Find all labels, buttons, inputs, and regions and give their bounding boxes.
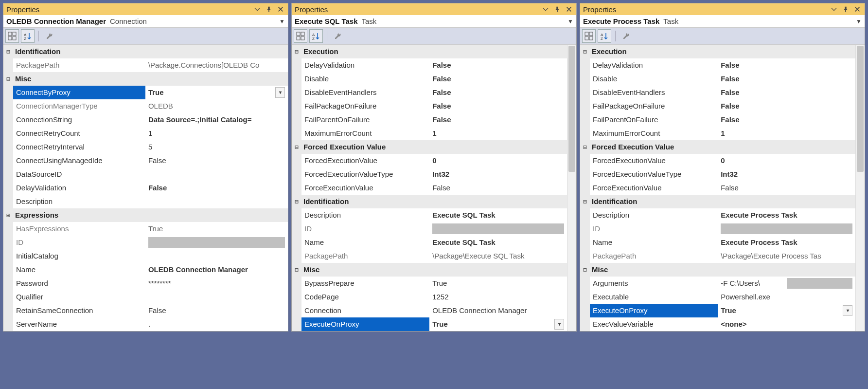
expander-icon[interactable]: ⊟ [292,195,301,208]
property-value[interactable]: 5 [148,140,285,154]
dropdown-icon[interactable] [830,5,838,14]
category-header[interactable]: ⊟Execution [580,45,855,58]
property-value[interactable]: OLEDB [148,99,285,113]
chevron-down-icon[interactable]: ▼ [279,18,285,25]
property-row[interactable]: ForcedExecutionValue0 [292,154,567,167]
property-row[interactable]: Qualifier [3,290,288,304]
property-row[interactable]: ID [580,222,855,236]
property-row[interactable]: FailParentOnFailureFalse [580,113,855,127]
property-pages-button[interactable] [620,29,633,43]
property-row[interactable]: Arguments-F C:\Users\ [580,277,855,290]
property-value[interactable]: False [721,86,852,99]
property-row[interactable]: DisableFalse [292,72,567,86]
property-row[interactable]: DelayValidationFalse [292,58,567,72]
sort-alpha-button[interactable]: AZ [598,29,611,43]
property-value[interactable]: Execute SQL Task [432,236,564,249]
property-row[interactable]: DelayValidationFalse [580,58,855,72]
category-header[interactable]: ⊟Identification [3,45,288,58]
property-row[interactable]: MaximumErrorCount1 [580,127,855,140]
expander-icon[interactable]: ⊟ [580,195,590,208]
property-row[interactable]: ConnectUsingManagedIdeFalse [3,154,288,167]
property-value[interactable]: Execute SQL Task [432,208,564,222]
property-row[interactable]: HasExpressionsTrue [3,222,288,236]
object-selector[interactable]: OLEDB Connection ManagerConnection▼ [3,15,288,28]
property-value[interactable]: False [148,304,285,317]
expander-icon[interactable]: ⊟ [580,45,590,58]
property-row[interactable]: InitialCatalog [3,249,288,263]
chevron-down-icon[interactable]: ▼ [567,18,573,25]
property-row[interactable]: ConnectByProxyTrue▾ [3,86,288,99]
property-row[interactable]: DescriptionExecute SQL Task [292,208,567,222]
property-value[interactable]: Execute Process Task [721,236,852,249]
property-value[interactable]: Int32 [432,167,564,181]
category-header[interactable]: ⊟Forced Execution Value [292,140,567,154]
categorized-button[interactable] [294,29,307,43]
property-value[interactable]: False [432,72,564,86]
property-value[interactable]: 0 [432,154,564,167]
property-row[interactable]: FailPackageOnFailureFalse [580,99,855,113]
property-value[interactable]: Execute Process Task [721,208,852,222]
property-value[interactable]: OLEDB Connection Manager [148,263,285,277]
property-value[interactable]: 1 [721,127,852,140]
pin-icon[interactable] [265,5,273,14]
scrollbar-thumb[interactable] [857,46,864,172]
category-header[interactable]: ⊟Misc [580,263,855,277]
property-row[interactable]: ForcedExecutionValue0 [580,154,855,167]
property-row[interactable]: ExecutablePowershell.exe [580,290,855,304]
dropdown-button[interactable]: ▾ [554,319,564,330]
property-row[interactable]: MaximumErrorCount1 [292,127,567,140]
vertical-scrollbar[interactable] [855,45,865,331]
close-icon[interactable] [276,5,285,14]
category-header[interactable]: ⊟Misc [292,263,567,277]
property-row[interactable]: ForcedExecutionValueTypeInt32 [580,167,855,181]
categorized-button[interactable] [582,29,596,43]
dropdown-icon[interactable] [541,5,550,14]
object-selector[interactable]: Execute SQL TaskTask▼ [292,15,576,28]
property-value[interactable]: False [721,72,852,86]
property-row[interactable]: ForceExecutionValueFalse [292,181,567,195]
property-value[interactable]: Powershell.exe [721,290,852,304]
property-value[interactable]: \Package\Execute SQL Task [432,249,564,263]
property-value[interactable]: False [148,181,285,195]
vertical-scrollbar[interactable] [567,45,576,331]
property-row[interactable]: FailParentOnFailureFalse [292,113,567,127]
property-value[interactable]: OLEDB Connection Manager [432,304,564,317]
category-header[interactable]: ⊟Identification [580,195,855,208]
property-value[interactable]: False [432,181,564,195]
property-value[interactable]: . [148,317,285,331]
close-icon[interactable] [853,5,862,14]
property-row[interactable]: DescriptionExecute Process Task [580,208,855,222]
property-pages-button[interactable] [331,29,345,43]
property-row[interactable]: NameOLEDB Connection Manager [3,263,288,277]
property-value[interactable]: True [148,86,273,99]
property-row[interactable]: FailPackageOnFailureFalse [292,99,567,113]
property-row[interactable]: DisableEventHandlersFalse [292,86,567,99]
categorized-button[interactable] [5,29,19,43]
expander-icon[interactable]: ⊞ [3,208,13,222]
property-row[interactable]: DelayValidationFalse [3,181,288,195]
property-value[interactable]: False [432,58,564,72]
property-row[interactable]: ConnectRetryCount1 [3,127,288,140]
sort-alpha-button[interactable]: AZ [309,29,323,43]
property-row[interactable]: CodePage1252 [292,290,567,304]
property-value[interactable]: False [721,113,852,127]
property-row[interactable]: DataSourceID [3,167,288,181]
property-row[interactable]: ExecuteOnProxyTrue▾ [292,317,567,331]
property-value[interactable]: False [721,99,852,113]
property-row[interactable]: DisableFalse [580,72,855,86]
property-row[interactable]: ForceExecutionValueFalse [580,181,855,195]
category-header[interactable]: ⊟Forced Execution Value [580,140,855,154]
dropdown-icon[interactable] [253,5,262,14]
property-row[interactable]: ConnectionOLEDB Connection Manager [292,304,567,317]
property-value[interactable]: True [432,277,564,290]
property-value[interactable]: True [148,222,285,236]
object-selector[interactable]: Execute Process TaskTask▼ [580,15,865,28]
expander-icon[interactable]: ⊟ [292,140,301,154]
property-value[interactable]: 1 [432,127,564,140]
expander-icon[interactable]: ⊟ [3,45,13,58]
property-value[interactable]: False [148,154,285,167]
expander-icon[interactable]: ⊟ [3,72,13,86]
property-row[interactable]: RetainSameConnectionFalse [3,304,288,317]
property-row[interactable]: BypassPrepareTrue [292,277,567,290]
property-value[interactable]: False [721,181,852,195]
